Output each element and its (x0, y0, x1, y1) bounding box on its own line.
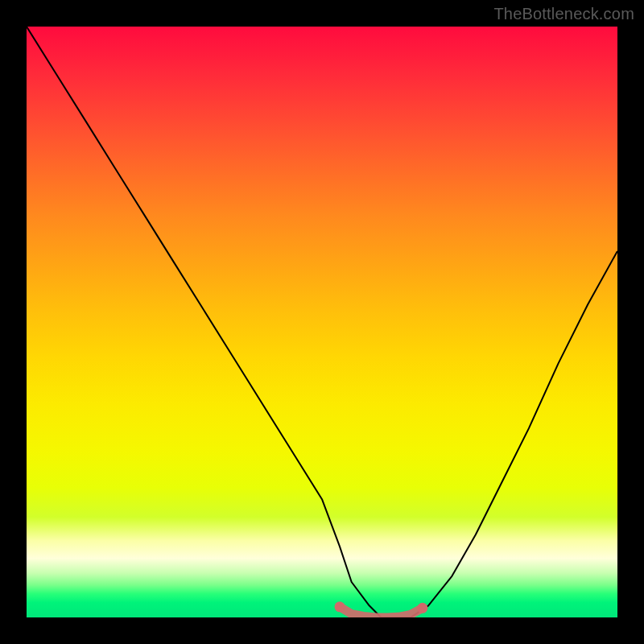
series-optimal-range-marker (340, 607, 423, 617)
chart-svg (27, 27, 617, 617)
watermark-text: TheBottleneck.com (493, 5, 634, 23)
series-marker-dot (417, 603, 427, 613)
plot-area (27, 27, 617, 617)
series-marker-dot (335, 601, 345, 612)
chart-frame: TheBottleneck.com (0, 0, 644, 644)
series-bottleneck-curve (27, 27, 617, 617)
